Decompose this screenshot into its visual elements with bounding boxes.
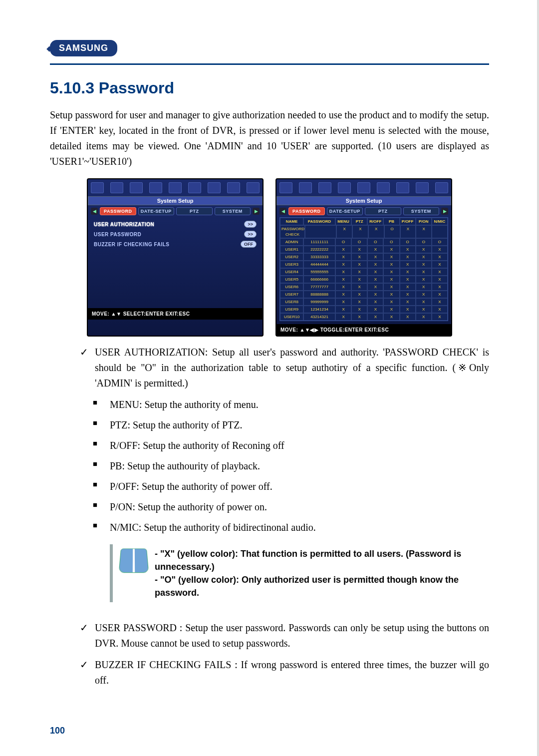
toolbar-icon[interactable] (247, 182, 260, 193)
intro-paragraph: Setup password for user and manager to g… (50, 107, 489, 169)
page-number: 100 (50, 726, 65, 736)
tab-prev-icon[interactable]: ◀ (91, 208, 98, 215)
authorization-table: NAMEPASSWORDMENUPTZR/OFFPBP/OFFP/ONN/MIC… (279, 217, 448, 321)
bullet-buzzer: BUZZER IF CHECKING FAILS : If wrong pass… (95, 657, 489, 688)
table-header: P/OFF (400, 218, 416, 225)
tab-prev-icon[interactable]: ◀ (279, 208, 286, 215)
subitem-roff: R/OFF: Setup the authority of Reconing o… (110, 438, 489, 453)
note-box: - "X" (yellow color): That function is p… (110, 544, 489, 602)
table-row[interactable]: USER912341234XXXXXXX (280, 306, 448, 313)
footer-hint: MOVE: ▲▼ SELECT:ENTER EXIT:ESC (88, 308, 263, 320)
table-row[interactable]: USER677777777XXXXXXX (280, 283, 448, 291)
note-line-2: - "O" (yellow color): Only authorized us… (155, 573, 489, 599)
tab-system[interactable]: SYSTEM (403, 207, 440, 215)
subitem-nmic: N/MIC: Setup the authority of bidirectin… (110, 520, 489, 535)
table-header: NAME (280, 218, 303, 225)
table-row[interactable]: USER566666666XXXXXXX (280, 276, 448, 283)
tab-system[interactable]: SYSTEM (215, 207, 251, 215)
dvr-screenshot-left: System Setup ◀ PASSWORD DATE-SETUP PTZ S… (87, 178, 264, 337)
toolbar (276, 179, 451, 196)
tab-date-setup[interactable]: DATE-SETUP (327, 207, 363, 215)
window-title: System Setup (88, 196, 263, 205)
tab-password[interactable]: PASSWORD (100, 207, 136, 215)
bullet-user-authorization: USER AUTHORIZATION: Setup all user's pas… (95, 345, 489, 391)
toolbar-icon[interactable] (188, 182, 201, 193)
menu-item-buzzer[interactable]: BUZZER IF CHECKING FAILSOFF (93, 239, 258, 249)
table-header: MENU (335, 218, 351, 225)
toolbar-icon[interactable] (396, 182, 409, 193)
table-row[interactable]: PASSWORD CHECKXXXOXX (280, 225, 448, 238)
toolbar (88, 179, 263, 196)
toolbar-icon[interactable] (377, 182, 390, 193)
table-row[interactable]: USER899999999XXXXXXX (280, 298, 448, 306)
subitem-poff: P/OFF: Setup the authority of power off. (110, 479, 489, 494)
table-row[interactable]: USER1043214321XXXXXXX (280, 313, 448, 321)
table-row[interactable]: USER122222222XXXXXXX (280, 246, 448, 253)
toolbar-icon[interactable] (208, 182, 221, 193)
brand-logo: SAMSUNG (50, 40, 117, 56)
subitem-ptz: PTZ: Setup the authority of PTZ. (110, 417, 489, 433)
toolbar-icon[interactable] (227, 182, 240, 193)
subitem-menu: MENU: Setup the authority of menu. (110, 397, 489, 412)
table-row[interactable]: ADMIN11111111OOOOOOO (280, 238, 448, 246)
toolbar-icon[interactable] (416, 182, 429, 193)
table-header: R/OFF (367, 218, 383, 225)
section-heading: 5.10.3 Password (50, 79, 489, 97)
window-title: System Setup (276, 196, 451, 205)
table-row[interactable]: USER233333333XXXXXXX (280, 253, 448, 261)
divider (50, 63, 489, 65)
tab-next-icon[interactable]: ▶ (441, 208, 448, 215)
menu-value: >> (244, 221, 257, 228)
menu-value: OFF (241, 241, 257, 248)
page-edge (537, 0, 539, 756)
toolbar-icon[interactable] (318, 182, 331, 193)
table-header: PTZ (351, 218, 367, 225)
table-header: PB (383, 218, 399, 225)
subitem-pon: P/ON: Setup the authority of power on. (110, 499, 489, 515)
subitem-pb: PB: Setup the authourity of playback. (110, 458, 489, 474)
menu-value: >> (244, 231, 257, 238)
bullet-user-password: USER PASSWORD : Setup the user password.… (95, 620, 489, 651)
tab-ptz[interactable]: PTZ (176, 207, 213, 215)
tab-password[interactable]: PASSWORD (288, 207, 325, 215)
toolbar-icon[interactable] (435, 182, 448, 193)
table-row[interactable]: USER344444444XXXXXXX (280, 261, 448, 268)
toolbar-icon[interactable] (169, 182, 182, 193)
footer-hint: MOVE: ▲▼◀▶ TOGGLE:ENTER EXIT:ESC (276, 324, 451, 336)
toolbar-icon[interactable] (279, 182, 292, 193)
toolbar-icon[interactable] (357, 182, 370, 193)
toolbar-icon[interactable] (130, 182, 143, 193)
book-icon (120, 547, 148, 572)
note-line-1: - "X" (yellow color): That function is p… (155, 547, 489, 573)
menu-item-user-password[interactable]: USER PASSWORD>> (93, 229, 258, 239)
table-row[interactable]: USER455555555XXXXXXX (280, 268, 448, 276)
tab-date-setup[interactable]: DATE-SETUP (138, 207, 175, 215)
tab-next-icon[interactable]: ▶ (253, 208, 260, 215)
toolbar-icon[interactable] (91, 182, 104, 193)
table-header: PASSWORD (303, 218, 335, 225)
toolbar-icon[interactable] (149, 182, 162, 193)
toolbar-icon[interactable] (299, 182, 312, 193)
toolbar-icon[interactable] (110, 182, 123, 193)
menu-item-user-authorization[interactable]: USER AUTHORIZATION>> (93, 219, 258, 229)
dvr-screenshot-right: System Setup ◀ PASSWORD DATE-SETUP PTZ S… (275, 178, 452, 337)
toolbar-icon[interactable] (338, 182, 351, 193)
table-header: N/MIC (432, 218, 448, 225)
table-header: P/ON (416, 218, 432, 225)
table-row[interactable]: USER788888888XXXXXXX (280, 291, 448, 298)
tab-ptz[interactable]: PTZ (365, 207, 401, 215)
